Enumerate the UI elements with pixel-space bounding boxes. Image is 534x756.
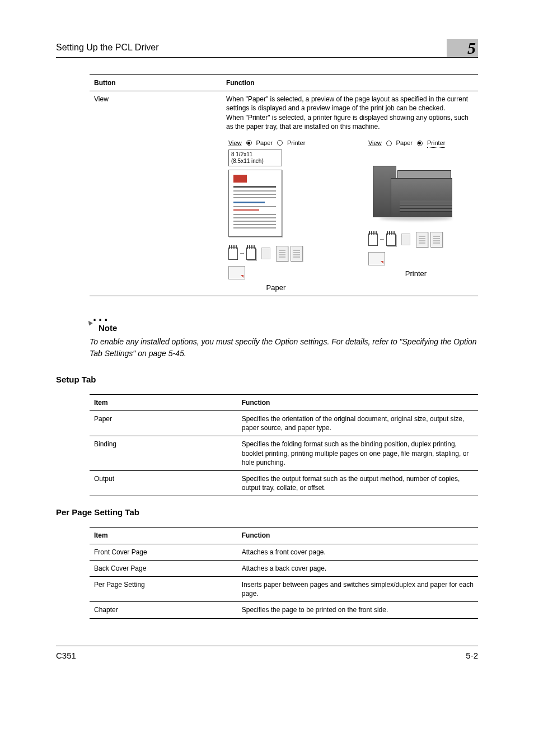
paper-icon-strip: → (228, 246, 324, 262)
paper-size-box: 8 1/2x11 (8.5x11 inch) (228, 150, 282, 166)
col-button-header: Button (90, 75, 222, 91)
layout-small-icon (368, 252, 385, 265)
printer-device-icon (368, 150, 452, 224)
printer-icon-strip: → (368, 232, 463, 248)
table-row: Chapter Specifies the page to be printed… (90, 602, 478, 618)
view-label-paper: View (228, 139, 242, 147)
setup-item: Binding (90, 436, 237, 471)
ghost-page-icon (261, 248, 270, 259)
perpage-item: Back Cover Page (90, 560, 237, 576)
perpage-item: Front Cover Page (90, 544, 237, 560)
perpage-col-function: Function (237, 528, 478, 544)
radio-printer-unselected (277, 140, 283, 146)
perpage-fn: Specifies the page to be printed on the … (237, 602, 478, 618)
setup-col-item: Item (90, 394, 237, 410)
table-row: Output Specifies the output format such … (90, 471, 478, 496)
radio-paper-selected (246, 140, 252, 146)
doc-icon (291, 246, 303, 262)
view-cell-function: When "Paper" is selected, a preview of t… (222, 91, 478, 296)
table-row: Front Cover Page Attaches a front cover … (90, 544, 478, 560)
setup-item: Paper (90, 411, 237, 436)
calendar-pair-icon: → (228, 248, 256, 260)
radio-printer-label2: Printer (427, 139, 445, 148)
setup-item: Output (90, 471, 237, 496)
setup-tab-title: Setup Tab (56, 375, 478, 384)
doc-page-preview-icon (228, 170, 282, 237)
chapter-number: 5 (467, 39, 476, 58)
printer-caption: Printer (368, 269, 463, 279)
page-header: Setting Up the PCL Driver 5 (56, 39, 478, 58)
setup-fn: Specifies the orientation of the origina… (237, 411, 478, 436)
perpage-col-item: Item (90, 528, 237, 544)
radio-printer-label: Printer (287, 139, 305, 147)
table-row: Back Cover Page Attaches a back cover pa… (90, 560, 478, 576)
preview-row: View Paper Printer 8 1/2x11 (8.5x11 inch… (226, 139, 474, 292)
radio-paper-label2: Paper (396, 139, 413, 147)
col-function-header: Function (222, 75, 478, 91)
paper-preview-block: View Paper Printer 8 1/2x11 (8.5x11 inch… (228, 139, 324, 292)
paper-view-row: View Paper Printer (228, 139, 324, 147)
size-line-2: (8.5x11 inch) (231, 158, 279, 165)
note-text: To enable any installed options, you mus… (90, 336, 478, 359)
header-title: Setting Up the PCL Driver (56, 43, 158, 57)
setup-fn: Specifies the folding format such as the… (237, 436, 478, 471)
doc-pair-icons (416, 232, 443, 248)
table-row: Binding Specifies the folding format suc… (90, 436, 478, 471)
setup-fn: Specifies the output format such as the … (237, 471, 478, 496)
radio-printer-selected (417, 141, 423, 146)
chapter-badge: 5 (447, 39, 478, 57)
view-table: Button Function View When "Paper" is sel… (90, 74, 478, 296)
doc-icon (430, 232, 443, 248)
radio-paper-unselected (386, 141, 392, 146)
view-cell-button: View (90, 91, 222, 296)
doc-icon (276, 246, 288, 262)
doc-pair-icons (276, 246, 303, 262)
size-line-1: 8 1/2x11 (231, 151, 279, 158)
doc-icon (416, 232, 428, 248)
perpage-fn: Attaches a back cover page. (237, 560, 478, 576)
paper-caption: Paper (228, 283, 324, 293)
footer-page: 5-2 (466, 651, 478, 660)
table-row: Paper Specifies the orientation of the o… (90, 411, 478, 436)
printer-preview-block: View Paper Printer (368, 139, 463, 278)
setup-table: Item Function Paper Specifies the orient… (90, 394, 478, 497)
perpage-item: Chapter (90, 602, 237, 618)
perpage-table: Item Function Front Cover Page Attaches … (90, 527, 478, 618)
view-function-text: When "Paper" is selected, a preview of t… (226, 95, 474, 131)
perpage-item: Per Page Setting (90, 576, 237, 601)
radio-paper-label: Paper (256, 139, 273, 147)
ghost-page-icon (401, 234, 410, 245)
calendar-pair-icon: → (368, 234, 396, 246)
note-label: Note (99, 323, 478, 333)
table-row: Per Page Setting Inserts paper between p… (90, 576, 478, 601)
printer-view-row: View Paper Printer (368, 139, 463, 148)
page-footer: C351 5-2 (56, 646, 478, 660)
perpage-fn: Inserts paper between pages and switches… (237, 576, 478, 601)
perpage-tab-title: Per Page Setting Tab (56, 507, 478, 517)
layout-small-icon (228, 266, 245, 279)
note-block: ... Note To enable any installed options… (90, 310, 478, 359)
view-label-printer: View (368, 139, 382, 147)
perpage-fn: Attaches a front cover page. (237, 544, 478, 560)
setup-col-function: Function (237, 394, 478, 410)
footer-model: C351 (56, 651, 76, 660)
